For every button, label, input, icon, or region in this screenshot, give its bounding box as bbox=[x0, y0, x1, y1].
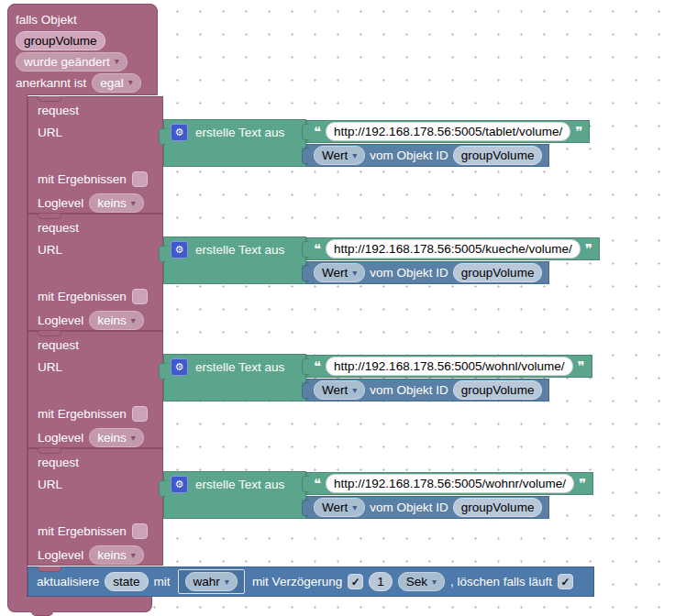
blockly-workspace: falls Objekt groupVolume wurde geändert … bbox=[0, 0, 675, 616]
request-block[interactable]: request URL mit Ergebnissen Loglevel kei… bbox=[28, 96, 163, 214]
gear-icon[interactable]: ⚙ bbox=[171, 358, 188, 376]
open-quote-icon: ❝ bbox=[314, 359, 321, 373]
loglevel-dropdown[interactable]: keins ▾ bbox=[89, 428, 144, 447]
gear-icon[interactable]: ⚙ bbox=[171, 476, 188, 493]
update-state-block[interactable]: aktualisiere state mit wahr ▾ mit Verzög… bbox=[28, 566, 594, 597]
request-loglevel-label: Loglevel bbox=[38, 196, 83, 210]
results-checkbox[interactable] bbox=[132, 523, 148, 539]
trigger-block-header[interactable]: falls Objekt groupVolume wurde geändert … bbox=[7, 4, 158, 95]
text-join-label: erstelle Text aus bbox=[195, 478, 284, 491]
text-join-label: erstelle Text aus bbox=[195, 243, 284, 257]
text-join-block[interactable]: ⚙ erstelle Text aus bbox=[163, 471, 306, 519]
value-type-dropdown[interactable]: Wert ▾ bbox=[314, 380, 365, 400]
get-value-label: vom Objekt ID bbox=[370, 266, 448, 280]
trigger-title: falls Objekt bbox=[16, 10, 149, 28]
value-object-id-field[interactable]: groupVolume bbox=[453, 380, 543, 400]
request-url-label: URL bbox=[38, 360, 62, 374]
gear-icon[interactable]: ⚙ bbox=[171, 241, 188, 258]
text-join-label: erstelle Text aus bbox=[195, 126, 284, 139]
url-input[interactable]: http://192.168.178.56:5005/wohnl/volume/ bbox=[326, 357, 572, 376]
get-value-block[interactable]: Wert ▾ vom Objekt ID groupVolume bbox=[306, 496, 549, 519]
request-label: request bbox=[38, 456, 79, 469]
text-join-block[interactable]: ⚙ erstelle Text aus bbox=[163, 236, 306, 284]
request-url-label: URL bbox=[38, 243, 62, 257]
text-join-block[interactable]: ⚙ erstelle Text aus bbox=[163, 119, 306, 167]
get-value-label: vom Objekt ID bbox=[370, 148, 448, 162]
trigger-object-id-field[interactable]: groupVolume bbox=[16, 31, 105, 50]
connector-tab bbox=[302, 265, 309, 281]
chevron-down-icon: ▾ bbox=[131, 199, 136, 208]
loglevel-dropdown[interactable]: keins ▾ bbox=[89, 311, 144, 330]
value-type-dropdown[interactable]: Wert ▾ bbox=[314, 146, 365, 165]
loglevel-dropdown[interactable]: keins ▾ bbox=[89, 545, 144, 565]
value-type-dropdown[interactable]: Wert ▾ bbox=[314, 263, 365, 282]
logic-value-dropdown[interactable]: wahr ▾ bbox=[185, 572, 238, 591]
stack-notch bbox=[38, 566, 61, 572]
chevron-down-icon: ▾ bbox=[131, 434, 136, 443]
update-with-label: mit bbox=[154, 575, 171, 588]
request-group: request URL mit Ergebnissen Loglevel kei… bbox=[0, 214, 675, 331]
request-block[interactable]: request URL mit Ergebnissen Loglevel kei… bbox=[28, 331, 163, 448]
results-checkbox[interactable] bbox=[132, 406, 148, 422]
text-string-block[interactable]: ❝ http://192.168.178.56:5005/wohnr/volum… bbox=[306, 472, 593, 495]
loglevel-dropdown[interactable]: keins ▾ bbox=[89, 193, 144, 213]
close-quote-icon: ❞ bbox=[585, 242, 592, 256]
connector-tab bbox=[159, 480, 166, 497]
delay-value-field[interactable]: 1 bbox=[369, 572, 393, 591]
request-block[interactable]: request URL mit Ergebnissen Loglevel kei… bbox=[28, 214, 163, 331]
results-checkbox[interactable] bbox=[132, 289, 148, 304]
get-value-block[interactable]: Wert ▾ vom Objekt ID groupVolume bbox=[306, 379, 549, 402]
request-url-label: URL bbox=[38, 478, 62, 491]
trigger-change-dropdown[interactable]: wurde geändert ▾ bbox=[16, 52, 127, 72]
text-string-block[interactable]: ❝ http://192.168.178.56:5005/wohnl/volum… bbox=[306, 355, 592, 378]
logic-value-block[interactable]: wahr ▾ bbox=[178, 569, 245, 594]
clear-checkbox[interactable]: ✓ bbox=[558, 574, 573, 589]
url-input[interactable]: http://192.168.178.56:5005/wohnr/volume/ bbox=[326, 474, 574, 493]
stack-notch bbox=[38, 214, 61, 219]
text-join-block[interactable]: ⚙ erstelle Text aus bbox=[163, 354, 306, 402]
text-string-block[interactable]: ❝ http://192.168.178.56:5005/tablet/volu… bbox=[306, 120, 590, 143]
request-results-label: mit Ergebnissen bbox=[38, 290, 127, 303]
request-group: request URL mit Ergebnissen Loglevel kei… bbox=[0, 331, 675, 448]
get-value-block[interactable]: Wert ▾ vom Objekt ID groupVolume bbox=[306, 261, 549, 284]
request-loglevel-label: Loglevel bbox=[38, 548, 83, 562]
get-value-label: vom Objekt ID bbox=[370, 500, 448, 514]
gear-icon[interactable]: ⚙ bbox=[171, 124, 188, 141]
trigger-block-foot[interactable] bbox=[7, 597, 152, 612]
request-block[interactable]: request URL mit Ergebnissen Loglevel kei… bbox=[28, 448, 163, 566]
url-input[interactable]: http://192.168.178.56:5005/tablet/volume… bbox=[326, 122, 570, 141]
chevron-down-icon: ▾ bbox=[115, 57, 119, 66]
chevron-down-icon: ▾ bbox=[352, 386, 357, 395]
value-object-id-field[interactable]: groupVolume bbox=[453, 146, 543, 165]
connector-tab bbox=[302, 382, 309, 399]
update-delay-label: mit Verzögerung bbox=[252, 575, 342, 588]
chevron-down-icon: ▾ bbox=[128, 78, 133, 87]
request-label: request bbox=[38, 104, 79, 117]
url-input[interactable]: http://192.168.178.56:5005/kueche/volume… bbox=[326, 239, 581, 258]
request-results-label: mit Ergebnissen bbox=[38, 407, 127, 421]
request-label: request bbox=[38, 221, 79, 235]
chevron-down-icon: ▾ bbox=[352, 269, 357, 278]
delay-checkbox[interactable]: ✓ bbox=[348, 574, 363, 589]
close-quote-icon: ❞ bbox=[579, 477, 586, 490]
chevron-down-icon: ▾ bbox=[432, 578, 437, 587]
get-value-block[interactable]: Wert ▾ vom Objekt ID groupVolume bbox=[306, 144, 549, 167]
chevron-down-icon: ▾ bbox=[225, 578, 229, 587]
connector-tab bbox=[159, 363, 166, 380]
connector-tab bbox=[302, 148, 309, 164]
get-value-label: vom Objekt ID bbox=[370, 383, 448, 397]
value-object-id-field[interactable]: groupVolume bbox=[453, 498, 543, 517]
request-url-label: URL bbox=[38, 126, 62, 139]
value-object-id-field[interactable]: groupVolume bbox=[453, 263, 543, 282]
update-state-field[interactable]: state bbox=[105, 572, 148, 591]
delay-unit-dropdown[interactable]: Sek ▾ bbox=[398, 572, 445, 591]
stack-notch bbox=[38, 331, 61, 336]
connector-tab bbox=[302, 124, 309, 140]
text-string-block[interactable]: ❝ http://192.168.178.56:5005/kueche/volu… bbox=[306, 237, 600, 260]
update-action-label: aktualisiere bbox=[37, 575, 99, 588]
trigger-ack-label: anerkannt ist bbox=[16, 76, 86, 90]
value-type-dropdown[interactable]: Wert ▾ bbox=[314, 498, 365, 517]
trigger-ack-dropdown[interactable]: egal ▾ bbox=[92, 73, 141, 93]
close-quote-icon: ❞ bbox=[578, 359, 585, 373]
results-checkbox[interactable] bbox=[132, 171, 148, 187]
